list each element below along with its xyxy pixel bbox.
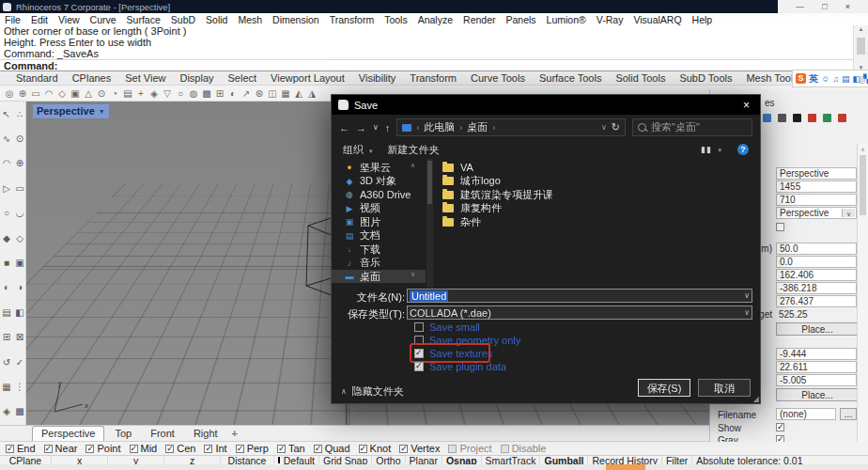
menu-curve[interactable]: Curve (90, 14, 116, 25)
menu-mesh[interactable]: Mesh (238, 14, 262, 25)
sidebar-item-pictures[interactable]: ▣ 图片 (332, 215, 426, 228)
toolbar-icon[interactable]: ◠ (42, 88, 55, 99)
toolbar-icon[interactable]: ◍ (187, 88, 200, 99)
command-history[interactable]: Other corner of base or length ( 3Point … (0, 25, 868, 71)
toggle-filter[interactable]: Filter (662, 456, 692, 464)
folder-item-misc[interactable]: 杂件 (442, 215, 481, 228)
tool-icon[interactable]: ✓ (16, 357, 23, 368)
checkbox[interactable] (165, 445, 174, 453)
tool-icon[interactable]: ⊞ (3, 332, 10, 342)
filetype-select[interactable]: COLLADA (*.dae) ∨ (407, 306, 752, 320)
viewport-tab-top[interactable]: Top (106, 427, 140, 441)
scrollbar-thumb[interactable] (860, 155, 866, 215)
sogou-logo-icon[interactable]: S (796, 73, 806, 84)
cancel-button[interactable]: 取消 (698, 379, 751, 397)
breadcrumb-desktop[interactable]: 桌面 (467, 120, 488, 134)
close-button[interactable]: × (845, 2, 850, 11)
target-x-field[interactable]: -9.444 (776, 348, 857, 360)
chevron-down-icon[interactable]: ∨ (744, 308, 750, 317)
osnap-mid[interactable]: Mid (130, 443, 158, 454)
tab-standard[interactable]: Standard (16, 72, 58, 84)
toolbar-icon[interactable]: ◐ (226, 88, 240, 99)
tool-icon[interactable]: ■ (4, 258, 9, 268)
toolbar-icon[interactable]: + (134, 88, 147, 99)
gear-icon[interactable]: ◎ (858, 74, 866, 85)
checkbox[interactable] (359, 445, 367, 453)
osnap-perp[interactable]: Perp (236, 443, 269, 454)
help-icon[interactable]: ? (737, 144, 749, 155)
tool-icon[interactable]: ∿ (3, 133, 10, 144)
toggle-gumball[interactable]: Gumball (540, 456, 588, 464)
toolbar-icon[interactable]: ↗ (240, 88, 253, 99)
checkbox[interactable] (44, 445, 53, 453)
osnap-vertex[interactable]: Vertex (399, 443, 440, 454)
option-save-small[interactable]: Save small (414, 321, 480, 333)
tab-cplanes[interactable]: CPlanes (72, 72, 112, 84)
history-dropdown-icon[interactable]: ∨ (373, 123, 379, 132)
place-camera-button[interactable]: Place... (776, 322, 859, 336)
camera-tab-icon[interactable] (778, 114, 786, 122)
toolbar-icon[interactable]: ▦ (279, 88, 292, 99)
checkbox[interactable] (130, 445, 138, 453)
ime-language-icon[interactable]: 英 (809, 72, 818, 86)
osnap-knot[interactable]: Knot (359, 443, 392, 454)
menu-file[interactable]: File (5, 14, 21, 25)
toolbar-icon[interactable]: ◈ (147, 88, 161, 99)
checkbox[interactable] (277, 445, 286, 453)
save-button[interactable]: 保存(S) (638, 379, 690, 397)
settings-tab-icon[interactable] (838, 114, 846, 122)
toolbar-icon[interactable]: ▽ (161, 88, 174, 99)
tool-icon[interactable]: ⊕ (16, 158, 23, 168)
checkbox[interactable] (204, 445, 212, 453)
camera-x-field[interactable]: 162.406 (776, 269, 857, 281)
ime-keyboard-icon[interactable]: ▤ (842, 74, 850, 84)
breadcrumb-this-pc[interactable]: 此电脑 (424, 120, 455, 134)
browse-button[interactable]: ... (840, 408, 857, 420)
scrollbar-thumb[interactable] (857, 38, 865, 55)
toolbar-icon[interactable]: ⊙ (95, 88, 108, 99)
toolbar-icon[interactable]: ◎ (3, 88, 16, 99)
toolbar-icon[interactable]: ▭ (29, 88, 42, 99)
checkbox[interactable] (414, 362, 424, 371)
sidebar-item-videos[interactable]: ▶ 视频 (332, 202, 426, 215)
folder-item-va[interactable]: VA (442, 161, 473, 174)
tool-icon[interactable]: ∴ (17, 109, 23, 119)
tool-icon[interactable]: ⋮ (15, 382, 24, 392)
toggle-planar[interactable]: Planar (406, 456, 442, 464)
sidebar-item-a360[interactable]: ◍ A360 Drive (332, 188, 426, 201)
minimize-button[interactable]: — (796, 2, 804, 11)
sidebar-item-downloads[interactable]: ↓ 下载 (332, 243, 426, 256)
sidebar-item-music[interactable]: ♪ 音乐 (332, 257, 426, 270)
toolbar-icon[interactable]: ⊕ (16, 88, 29, 99)
menu-analyze[interactable]: Analyze (418, 14, 453, 25)
command-scrollbar[interactable]: ▲ ▼ (853, 25, 868, 71)
tool-icon[interactable]: ⊠ (16, 332, 23, 342)
osnap-int[interactable]: Int (204, 443, 226, 454)
tool-icon[interactable]: ◈ (3, 406, 10, 416)
tool-icon[interactable]: ⊙ (16, 133, 23, 144)
tool-icon[interactable]: ◑ (17, 282, 23, 292)
menu-surface[interactable]: Surface (127, 14, 161, 25)
osnap-project[interactable]: Project (448, 443, 491, 454)
scroll-down-icon[interactable]: ∨ (411, 271, 415, 278)
resize-grip[interactable]: ◢ (753, 395, 759, 403)
tab-visibility[interactable]: Visibility (359, 72, 396, 84)
layer-cell[interactable]: Default (274, 456, 319, 464)
folder-item-rehab[interactable]: 康复构件 (442, 202, 502, 215)
tool-icon[interactable]: ▤ (2, 307, 10, 318)
panel-scrollbar[interactable]: ∧ (857, 144, 868, 442)
ime-mic-icon[interactable]: ♫ (832, 74, 839, 84)
folder-item-render-course[interactable]: 建筑渲染专项提升课 (442, 188, 553, 201)
checkbox[interactable] (6, 445, 14, 453)
back-icon[interactable]: ← (339, 122, 349, 133)
menu-help[interactable]: Help (692, 14, 713, 25)
tool-icon[interactable]: ▷ (3, 183, 10, 194)
dialog-close-icon[interactable]: × (739, 99, 753, 112)
rotation-field[interactable]: 0.0 (776, 256, 857, 268)
toggle-smarttrack[interactable]: SmartTrack (482, 456, 541, 464)
tab-subd-tools[interactable]: SubD Tools (679, 72, 732, 84)
osnap-cen[interactable]: Cen (165, 443, 195, 454)
view-toggle-icon[interactable]: ▮▮ ▾ (701, 145, 722, 154)
osnap-near[interactable]: Near (44, 443, 78, 454)
toolbar-icon[interactable]: ◔ (108, 88, 121, 99)
